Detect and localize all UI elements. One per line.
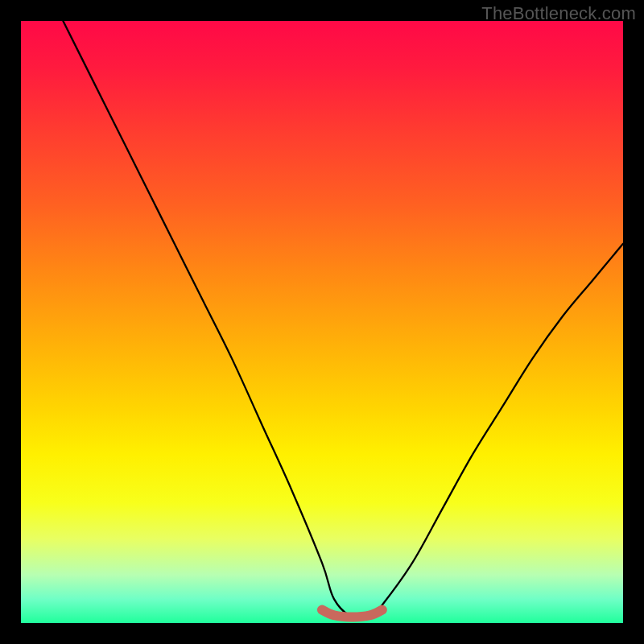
plot-area (21, 21, 623, 623)
chart-svg (21, 21, 623, 623)
bottleneck-curve (63, 21, 623, 619)
optimal-range-marker (322, 610, 382, 617)
chart-frame: TheBottleneck.com (0, 0, 644, 644)
watermark-text: TheBottleneck.com (481, 3, 636, 24)
